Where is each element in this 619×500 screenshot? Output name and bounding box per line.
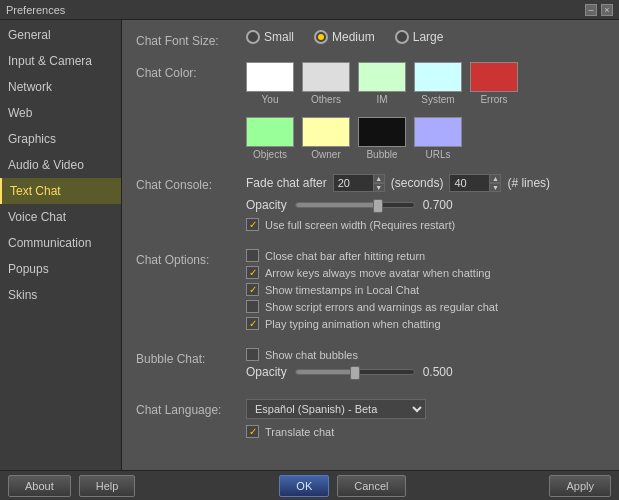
radio-medium[interactable] — [314, 30, 328, 44]
sidebar-item-network[interactable]: Network — [0, 74, 121, 100]
sidebar-item-popups[interactable]: Popups — [0, 256, 121, 282]
sidebar: General Input & Camera Network Web Graph… — [0, 20, 122, 500]
font-size-large-label: Large — [413, 30, 444, 44]
chat-option-checkbox-0[interactable] — [246, 249, 259, 262]
chat-option-checkbox-1[interactable] — [246, 266, 259, 279]
bubble-chat-label: Bubble Chat: — [136, 348, 246, 366]
radio-large[interactable] — [395, 30, 409, 44]
chat-option-checkbox-4[interactable] — [246, 317, 259, 330]
lines-spin-up[interactable]: ▲ — [489, 174, 501, 183]
fade-spin-down[interactable]: ▼ — [373, 183, 385, 192]
lines-value-input[interactable] — [449, 174, 491, 192]
bottom-right: Apply — [549, 475, 611, 497]
font-size-small[interactable]: Small — [246, 30, 294, 44]
font-size-small-label: Small — [264, 30, 294, 44]
swatch-bubble[interactable]: Bubble — [358, 117, 406, 160]
show-bubbles-row: Show chat bubbles — [246, 348, 605, 361]
full-screen-row: Use full screen width (Requires restart) — [246, 218, 605, 231]
chat-language-section: Chat Language: Español (Spanish) - Beta … — [136, 399, 605, 442]
language-select[interactable]: Español (Spanish) - Beta English French … — [246, 399, 426, 419]
cancel-button[interactable]: Cancel — [337, 475, 405, 497]
chat-option-checkbox-3[interactable] — [246, 300, 259, 313]
bottom-center: OK Cancel — [279, 475, 405, 497]
sidebar-item-input-camera[interactable]: Input & Camera — [0, 48, 121, 74]
sidebar-item-voice-chat[interactable]: Voice Chat — [0, 204, 121, 230]
sidebar-item-communication[interactable]: Communication — [0, 230, 121, 256]
swatch-you[interactable]: You — [246, 62, 294, 105]
chat-font-size-label: Chat Font Size: — [136, 30, 246, 48]
bubble-opacity-slider[interactable] — [295, 369, 415, 375]
chat-language-content: Español (Spanish) - Beta English French … — [246, 399, 605, 442]
opacity-value: 0.700 — [423, 198, 453, 212]
swatch-errors[interactable]: Errors — [470, 62, 518, 105]
swatch-system[interactable]: System — [414, 62, 462, 105]
font-size-options: Small Medium Large — [246, 30, 605, 44]
fade-spin-btns: ▲ ▼ — [373, 174, 385, 192]
bubble-chat-content: Show chat bubbles Opacity 0.500 — [246, 348, 605, 385]
swatch-urls[interactable]: URLs — [414, 117, 462, 160]
minimize-button[interactable]: – — [585, 4, 597, 16]
opacity-slider[interactable] — [295, 202, 415, 208]
chat-font-size-section: Chat Font Size: Small Medium Large — [136, 30, 605, 48]
chat-option-row-2: Show timestamps in Local Chat — [246, 283, 605, 296]
swatch-im[interactable]: IM — [358, 62, 406, 105]
chat-console-section: Chat Console: Fade chat after ▲ ▼ (secon… — [136, 174, 605, 235]
bubble-opacity-value: 0.500 — [423, 365, 453, 379]
font-size-medium[interactable]: Medium — [314, 30, 375, 44]
chat-color-label: Chat Color: — [136, 62, 246, 80]
lines-label: (# lines) — [507, 176, 550, 190]
lines-spin-btns: ▲ ▼ — [489, 174, 501, 192]
sidebar-item-text-chat[interactable]: Text Chat — [0, 178, 121, 204]
swatch-owner[interactable]: Owner — [302, 117, 350, 160]
font-size-large[interactable]: Large — [395, 30, 444, 44]
chat-option-row-0: Close chat bar after hitting return — [246, 249, 605, 262]
bottom-left: About Help — [8, 475, 135, 497]
chat-option-row-4: Play typing animation when chatting — [246, 317, 605, 330]
close-button[interactable]: × — [601, 4, 613, 16]
seconds-label: (seconds) — [391, 176, 444, 190]
chat-color-swatches: YouOthersIMSystemErrorsObjectsOwnerBubbl… — [246, 62, 605, 160]
title-bar-controls: – × — [585, 4, 613, 16]
content-area: Chat Font Size: Small Medium Large — [122, 20, 619, 500]
ok-button[interactable]: OK — [279, 475, 329, 497]
opacity-label: Opacity — [246, 198, 287, 212]
sidebar-item-graphics[interactable]: Graphics — [0, 126, 121, 152]
chat-language-label: Chat Language: — [136, 399, 246, 417]
bubble-chat-section: Bubble Chat: Show chat bubbles Opacity 0… — [136, 348, 605, 385]
swatch-objects[interactable]: Objects — [246, 117, 294, 160]
translate-row: Translate chat — [246, 425, 605, 438]
chat-console-label: Chat Console: — [136, 174, 246, 192]
sidebar-item-skins[interactable]: Skins — [0, 282, 121, 308]
sidebar-item-general[interactable]: General — [0, 22, 121, 48]
font-size-medium-label: Medium — [332, 30, 375, 44]
chat-option-row-3: Show script errors and warnings as regul… — [246, 300, 605, 313]
radio-small[interactable] — [246, 30, 260, 44]
chat-console-content: Fade chat after ▲ ▼ (seconds) ▲ ▼ — [246, 174, 605, 235]
sidebar-item-audio-video[interactable]: Audio & Video — [0, 152, 121, 178]
fade-spin-up[interactable]: ▲ — [373, 174, 385, 183]
bubble-opacity-label: Opacity — [246, 365, 287, 379]
chat-option-row-1: Arrow keys always move avatar when chatt… — [246, 266, 605, 279]
chat-options-content: Close chat bar after hitting returnArrow… — [246, 249, 605, 334]
lines-spin-down[interactable]: ▼ — [489, 183, 501, 192]
apply-button[interactable]: Apply — [549, 475, 611, 497]
chat-option-checkbox-2[interactable] — [246, 283, 259, 296]
full-screen-label: Use full screen width (Requires restart) — [265, 219, 455, 231]
fade-chat-label: Fade chat after — [246, 176, 327, 190]
chat-color-section: Chat Color: YouOthersIMSystemErrorsObjec… — [136, 62, 605, 160]
full-screen-checkbox[interactable] — [246, 218, 259, 231]
translate-checkbox[interactable] — [246, 425, 259, 438]
translate-label: Translate chat — [265, 426, 334, 438]
bottom-bar: About Help OK Cancel Apply — [0, 470, 619, 500]
about-button[interactable]: About — [8, 475, 71, 497]
swatch-others[interactable]: Others — [302, 62, 350, 105]
help-button[interactable]: Help — [79, 475, 136, 497]
main-layout: General Input & Camera Network Web Graph… — [0, 20, 619, 500]
chat-options-label: Chat Options: — [136, 249, 246, 267]
sidebar-item-web[interactable]: Web — [0, 100, 121, 126]
window-title: Preferences — [6, 4, 65, 16]
show-bubbles-checkbox[interactable] — [246, 348, 259, 361]
show-bubbles-label: Show chat bubbles — [265, 349, 358, 361]
fade-value-input[interactable] — [333, 174, 375, 192]
chat-options-section: Chat Options: Close chat bar after hitti… — [136, 249, 605, 334]
